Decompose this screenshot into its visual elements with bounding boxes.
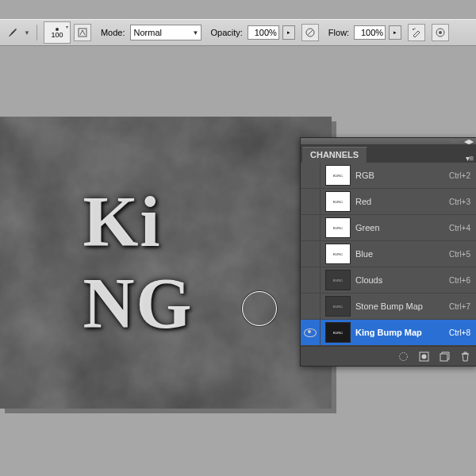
channel-thumbnail: KiNG	[325, 217, 351, 238]
visibility-toggle[interactable]	[301, 320, 321, 345]
brush-size-value: 100	[51, 31, 63, 39]
channel-row-green[interactable]: KiNGGreenCtrl+4	[301, 215, 476, 241]
channel-shortcut: Ctrl+5	[449, 250, 470, 259]
channel-name: RGB	[355, 171, 449, 180]
brush-panel-toggle-icon[interactable]	[74, 24, 91, 41]
load-selection-icon[interactable]	[397, 351, 409, 362]
channel-shortcut: Ctrl+6	[449, 276, 470, 285]
channel-list: KiNGRGBCtrl+2KiNGRedCtrl+3KiNGGreenCtrl+…	[301, 163, 476, 346]
channel-shortcut: Ctrl+7	[449, 302, 470, 311]
panel-grip[interactable]: ::::◀▶	[301, 138, 476, 145]
channel-shortcut: Ctrl+8	[449, 328, 470, 337]
options-bar: ▼ 100 ▾ Mode: Normal ▼ Opacity: 100% ▸ F…	[0, 19, 476, 46]
channel-name: King Bump Map	[355, 328, 449, 337]
svg-point-11	[421, 354, 426, 359]
svg-point-3	[414, 28, 415, 29]
svg-point-5	[439, 31, 442, 34]
visibility-toggle[interactable]	[301, 215, 321, 240]
flow-label: Flow:	[328, 28, 349, 37]
visibility-toggle[interactable]	[301, 294, 321, 319]
dropdown-arrow-icon[interactable]: ▼	[24, 29, 30, 36]
blend-mode-dropdown[interactable]: Normal ▼	[130, 25, 202, 40]
channel-name: Stone Bump Map	[355, 301, 449, 311]
svg-point-2	[413, 29, 414, 30]
channel-thumbnail: KiNG	[325, 296, 351, 317]
flow-input[interactable]: 100%	[354, 25, 386, 40]
brush-preset-picker[interactable]: 100 ▾	[44, 21, 71, 44]
svg-rect-12	[440, 354, 447, 361]
channels-tab[interactable]: CHANNELS	[302, 147, 367, 163]
svg-rect-8	[0, 117, 332, 409]
channel-thumbnail: KiNG	[325, 191, 351, 212]
svg-point-9	[399, 352, 407, 360]
save-selection-icon[interactable]	[418, 351, 429, 362]
brush-tool-icon[interactable]	[5, 25, 21, 40]
brush-cursor-icon	[242, 291, 277, 326]
mode-label: Mode:	[101, 28, 125, 37]
opacity-label: Opacity:	[211, 28, 243, 37]
visibility-toggle[interactable]	[301, 267, 321, 293]
opacity-input[interactable]: 100%	[248, 25, 279, 40]
channel-shortcut: Ctrl+3	[449, 198, 470, 206]
channels-panel: ::::◀▶ CHANNELS ▾≡ KiNGRGBCtrl+2KiNGRedC…	[300, 137, 476, 367]
blend-mode-value: Normal	[134, 28, 162, 37]
new-channel-icon[interactable]	[439, 351, 450, 362]
channel-name: Clouds	[355, 275, 449, 285]
channel-thumbnail: KiNG	[325, 322, 351, 343]
channel-row-blue[interactable]: KiNGBlueCtrl+5	[301, 241, 476, 267]
airbrush-icon[interactable]	[408, 24, 425, 41]
document-canvas[interactable]: KiNG	[0, 117, 332, 409]
channel-row-king-bump-map[interactable]: KiNGKing Bump MapCtrl+8	[301, 320, 476, 346]
visibility-toggle[interactable]	[301, 163, 321, 188]
channel-shortcut: Ctrl+4	[449, 224, 470, 232]
flow-flyout-icon[interactable]: ▸	[389, 25, 401, 40]
panel-menu-icon[interactable]: ▾≡	[463, 154, 476, 163]
tablet-size-icon[interactable]	[432, 24, 449, 41]
channel-name: Green	[355, 223, 449, 232]
channel-shortcut: Ctrl+2	[449, 171, 470, 180]
channel-row-rgb[interactable]: KiNGRGBCtrl+2	[301, 163, 476, 189]
visibility-toggle[interactable]	[301, 189, 321, 214]
channel-thumbnail: KiNG	[325, 270, 351, 290]
channel-thumbnail: KiNG	[325, 165, 351, 186]
channel-name: Blue	[355, 249, 449, 259]
delete-channel-icon[interactable]	[459, 351, 470, 362]
channel-row-red[interactable]: KiNGRedCtrl+3	[301, 189, 476, 215]
channel-thumbnail: KiNG	[325, 244, 351, 264]
visibility-toggle[interactable]	[301, 241, 321, 267]
channel-name: Red	[355, 197, 449, 206]
eye-icon	[304, 328, 317, 337]
channel-row-clouds[interactable]: KiNGCloudsCtrl+6	[301, 267, 476, 294]
opacity-flyout-icon[interactable]: ▸	[282, 25, 295, 40]
panel-footer	[301, 346, 476, 366]
channel-row-stone-bump-map[interactable]: KiNGStone Bump MapCtrl+7	[301, 294, 476, 320]
tablet-opacity-icon[interactable]	[301, 24, 319, 41]
